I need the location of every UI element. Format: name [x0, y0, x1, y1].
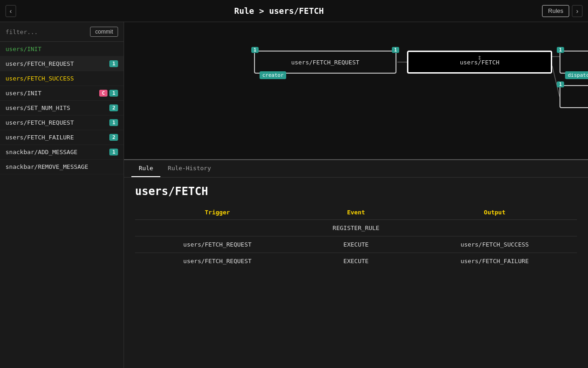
tabs-row: Rule Rule-History: [124, 160, 588, 178]
sidebar-filter-row: filter... commit: [0, 22, 124, 42]
creator-label: creator: [260, 71, 286, 79]
fetch-failure-badge-tl: 1: [557, 81, 564, 87]
detail-title: users/FETCH: [135, 185, 577, 198]
graph-area: 1 users/FETCH_REQUEST 1 creator users/FE…: [124, 22, 588, 160]
sidebar-item-label: users/FETCH_SUCCESS: [6, 75, 74, 82]
sidebar-item-label: snackbar/REMOVE_MESSAGE: [6, 163, 88, 170]
sidebar-item-users-set-num-hits[interactable]: users/SET_NUM_HITS 2: [0, 101, 124, 115]
table-row: users/FETCH_REQUEST EXECUTE users/FETCH_…: [135, 236, 577, 253]
table-row: REGISTER_RULE: [135, 220, 577, 236]
td-event: EXECUTE: [300, 236, 412, 253]
td-trigger: [135, 220, 300, 236]
detail-area: users/FETCH Trigger Event Output REGISTE…: [124, 178, 588, 368]
sidebar-item-snackbar-remove[interactable]: snackbar/REMOVE_MESSAGE: [0, 160, 124, 174]
sidebar-item-users-init-2[interactable]: users/INIT C 1: [0, 86, 124, 101]
td-event: REGISTER_RULE: [300, 220, 412, 236]
commit-button[interactable]: commit: [90, 27, 118, 37]
sidebar-item-badge: 1: [109, 149, 118, 155]
fetch-node[interactable]: users/FETCH ↕: [407, 51, 552, 74]
sidebar-item-badge: 1: [109, 60, 118, 67]
tab-rule-history[interactable]: Rule-History: [160, 160, 218, 177]
fetch-request-badge-tl: 1: [251, 47, 259, 53]
badge-row: C 1: [99, 90, 118, 97]
sidebar-item-label: users/FETCH_REQUEST: [6, 119, 74, 126]
graph-connector-lines: [124, 22, 588, 159]
sidebar-item-label: users/SET_NUM_HITS: [6, 104, 70, 111]
main-layout: filter... commit users/INIT users/FETCH_…: [0, 22, 588, 368]
rules-button[interactable]: Rules: [542, 5, 569, 17]
filter-label: filter...: [6, 29, 38, 35]
sidebar-item-users-fetch-request[interactable]: users/FETCH_REQUEST 1: [0, 57, 124, 71]
table-row: users/FETCH_REQUEST EXECUTE users/FETCH_…: [135, 253, 577, 270]
sidebar-item-label: snackbar/ADD_MESSAGE: [6, 149, 78, 155]
right-content: 1 users/FETCH_REQUEST 1 creator users/FE…: [124, 22, 588, 368]
sidebar-item-snackbar-add[interactable]: snackbar/ADD_MESSAGE 1: [0, 145, 124, 160]
th-event: Event: [300, 205, 412, 220]
dispatched-label: dispatched: [565, 71, 588, 79]
sidebar-item-label: users/INIT: [6, 90, 41, 97]
fetch-request-label: users/FETCH_REQUEST: [291, 59, 360, 66]
sidebar-item-users-fetch-success[interactable]: users/FETCH_SUCCESS: [0, 71, 124, 86]
sidebar-item-badge: 2: [109, 104, 118, 111]
prev-button[interactable]: ‹: [6, 5, 16, 17]
scroll-icon: ↕: [477, 53, 482, 62]
sidebar-item-badge: 1: [109, 119, 118, 126]
fetch-request-badge-tr: 1: [392, 47, 399, 53]
next-button[interactable]: ›: [572, 5, 582, 17]
rule-table: Trigger Event Output REGISTER_RULE users…: [135, 205, 577, 269]
td-trigger: users/FETCH_REQUEST: [135, 253, 300, 270]
sidebar-items: users/INIT users/FETCH_REQUEST 1 users/F…: [0, 42, 124, 368]
td-output: users/FETCH_SUCCESS: [413, 236, 577, 253]
sidebar-item-badge: 2: [109, 134, 118, 141]
badge-1: 1: [109, 90, 118, 97]
fetch-failure-node[interactable]: 1 users/FETCH_FAILURE 2: [560, 85, 588, 108]
th-output: Output: [413, 205, 577, 220]
header-right: Rules ›: [542, 5, 582, 17]
header: ‹ Rule > users/FETCH Rules ›: [0, 0, 588, 22]
td-output: users/FETCH_FAILURE: [413, 253, 577, 270]
sidebar-item-users-init[interactable]: users/INIT: [0, 42, 124, 57]
sidebar: filter... commit users/INIT users/FETCH_…: [0, 22, 124, 368]
sidebar-item-label: users/FETCH_FAILURE: [6, 134, 74, 141]
sidebar-item-label: users/INIT: [6, 46, 41, 52]
fetch-success-badge-tl: 1: [557, 47, 564, 53]
sidebar-item-users-fetch-request-2[interactable]: users/FETCH_REQUEST 1: [0, 115, 124, 130]
page-title: Rule > users/FETCH: [16, 6, 542, 16]
fetch-request-node[interactable]: 1 users/FETCH_REQUEST 1 creator: [254, 51, 396, 74]
td-event: EXECUTE: [300, 253, 412, 270]
td-output: [413, 220, 577, 236]
fetch-success-node[interactable]: 1 users/FETCH_SUCCESS dispatched: [560, 51, 588, 74]
badge-c: C: [99, 90, 108, 97]
sidebar-item-users-fetch-failure[interactable]: users/FETCH_FAILURE 2: [0, 130, 124, 145]
td-trigger: users/FETCH_REQUEST: [135, 236, 300, 253]
th-trigger: Trigger: [135, 205, 300, 220]
tab-rule[interactable]: Rule: [131, 160, 160, 177]
sidebar-item-label: users/FETCH_REQUEST: [6, 60, 74, 67]
